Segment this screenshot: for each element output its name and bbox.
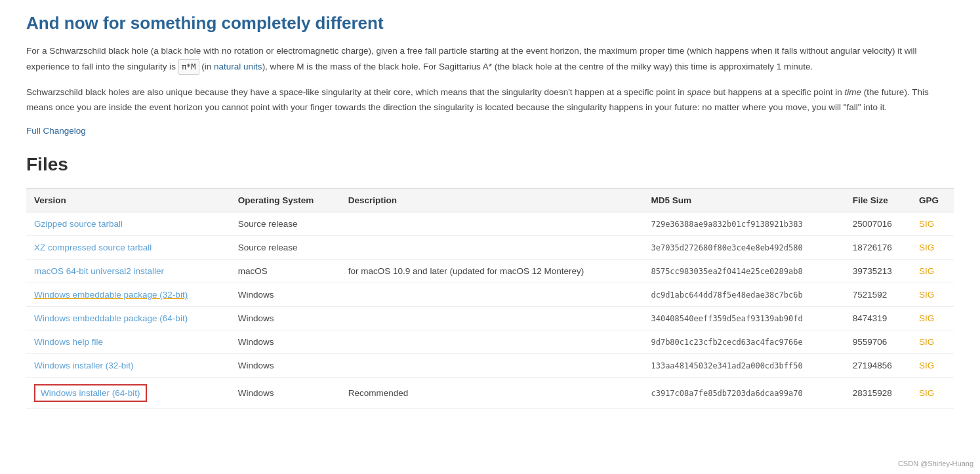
intro-paragraph-1: For a Schwarzschild black hole (a black …	[26, 44, 954, 75]
col-md5: MD5 Sum	[643, 189, 844, 212]
math-formula: π*M	[178, 59, 199, 75]
file-description	[340, 283, 643, 307]
natural-units-link[interactable]: natural units	[214, 62, 262, 71]
table-row: XZ compressed source tarballSource relea…	[26, 236, 954, 260]
file-size: 8474319	[845, 307, 911, 330]
file-md5: 3e7035d272680f80e3ce4e8eb492d580	[643, 236, 844, 260]
file-os: Windows	[230, 378, 340, 409]
file-description	[340, 330, 643, 354]
file-os: Source release	[230, 236, 340, 260]
file-sig-link[interactable]: SIG	[919, 361, 934, 370]
file-os: Windows	[230, 307, 340, 330]
file-size: 18726176	[845, 236, 911, 260]
files-heading: Files	[26, 154, 954, 175]
file-description	[340, 307, 643, 330]
table-row: Windows installer (32-bit)Windows133aa48…	[26, 354, 954, 378]
file-description: for macOS 10.9 and later (updated for ma…	[340, 260, 643, 283]
file-sig-link[interactable]: SIG	[919, 337, 934, 347]
intro-text-after: ), where M is the mass of the black hole…	[262, 62, 813, 71]
file-version-link[interactable]: Windows installer (32-bit)	[34, 361, 134, 370]
file-version-link[interactable]: Windows embeddable package (32-bit)	[34, 290, 188, 300]
file-version-link[interactable]: XZ compressed source tarball	[34, 243, 152, 252]
file-sig-link[interactable]: SIG	[919, 313, 934, 323]
file-sig-link[interactable]: SIG	[919, 219, 934, 229]
col-os: Operating System	[230, 189, 340, 212]
file-md5: c3917c08a7fe85db7203da6dcaa99a70	[643, 378, 844, 409]
file-os: Windows	[230, 330, 340, 354]
intro-paragraph-2: Schwarzschild black holes are also uniqu…	[26, 85, 954, 115]
file-size: 25007016	[845, 212, 911, 236]
file-description	[340, 212, 643, 236]
file-version-link[interactable]: Windows help file	[34, 337, 103, 347]
file-size: 7521592	[845, 283, 911, 307]
page-heading: And now for something completely differe…	[26, 13, 954, 33]
files-table: Version Operating System Description MD5…	[26, 188, 954, 409]
col-description: Description	[340, 189, 643, 212]
col-filesize: File Size	[845, 189, 911, 212]
file-os: macOS	[230, 260, 340, 283]
file-version-link[interactable]: Windows embeddable package (64-bit)	[34, 313, 188, 323]
file-md5: 729e36388ae9a832b01cf9138921b383	[643, 212, 844, 236]
file-sig-link[interactable]: SIG	[919, 388, 934, 398]
file-os: Windows	[230, 283, 340, 307]
file-version-link[interactable]: Windows installer (64-bit)	[34, 384, 147, 402]
file-os: Source release	[230, 212, 340, 236]
table-row: Windows installer (64-bit)WindowsRecomme…	[26, 378, 954, 409]
table-header-row: Version Operating System Description MD5…	[26, 189, 954, 212]
file-md5: 9d7b80c1c23cfb2cecd63ac4fac9766e	[643, 330, 844, 354]
table-row: Gzipped source tarballSource release729e…	[26, 212, 954, 236]
file-md5: 133aa48145032e341ad2a000cd3bff50	[643, 354, 844, 378]
table-row: macOS 64-bit universal2 installermacOSfo…	[26, 260, 954, 283]
file-description	[340, 236, 643, 260]
file-md5: 8575cc983035ea2f0414e25ce0289ab8	[643, 260, 844, 283]
file-size: 28315928	[845, 378, 911, 409]
file-sig-link[interactable]: SIG	[919, 243, 934, 252]
col-version: Version	[26, 189, 230, 212]
file-sig-link[interactable]: SIG	[919, 290, 934, 300]
file-size: 9559706	[845, 330, 911, 354]
file-md5: 340408540eeff359d5eaf93139ab90fd	[643, 307, 844, 330]
file-version-link[interactable]: Gzipped source tarball	[34, 219, 123, 229]
table-row: Windows embeddable package (32-bit)Windo…	[26, 283, 954, 307]
file-md5: dc9d1abc644dd78f5e48edae38c7bc6b	[643, 283, 844, 307]
file-os: Windows	[230, 354, 340, 378]
changelog-link[interactable]: Full Changelog	[26, 126, 954, 136]
file-sig-link[interactable]: SIG	[919, 266, 934, 276]
file-size: 27194856	[845, 354, 911, 378]
table-row: Windows help fileWindows9d7b80c1c23cfb2c…	[26, 330, 954, 354]
file-size: 39735213	[845, 260, 911, 283]
file-version-link[interactable]: macOS 64-bit universal2 installer	[34, 266, 164, 276]
col-gpg: GPG	[911, 189, 954, 212]
table-row: Windows embeddable package (64-bit)Windo…	[26, 307, 954, 330]
file-description	[340, 354, 643, 378]
file-description: Recommended	[340, 378, 643, 409]
